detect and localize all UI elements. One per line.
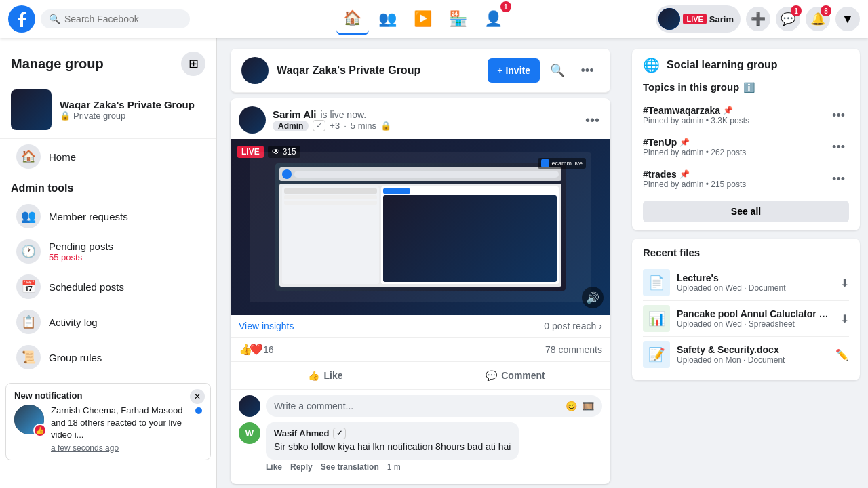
nested-screen: [275, 163, 566, 291]
pending-posts-icon: 🕐: [16, 239, 41, 264]
topic-item-1: #Teamwaqarzaka 📌 Pinned by admin • 3.3K …: [643, 100, 849, 131]
reactions-count: 16: [263, 344, 274, 355]
notif-avatar: 👍: [14, 405, 44, 434]
sidebar-item-member-requests[interactable]: 👥 Member requests: [5, 199, 211, 234]
comment-input-icons: 😊 🎞️: [566, 401, 594, 411]
friends-nav-btn[interactable]: 👥: [372, 3, 404, 35]
activity-log-icon: 📋: [16, 310, 41, 334]
notif-time-link[interactable]: a few seconds ago: [51, 443, 189, 453]
messenger-badge: 1: [791, 5, 802, 16]
heart-icon: 👍: [33, 424, 47, 437]
live-video-placeholder: LIVE 👁 315: [231, 139, 610, 315]
topic-name-2: #TenUp 📌: [643, 137, 746, 148]
group-photo: [11, 89, 52, 130]
file-action-2[interactable]: ⬇: [840, 312, 849, 325]
group-rules-label: Group rules: [49, 352, 200, 363]
topic-more-btn-3[interactable]: •••: [828, 171, 849, 188]
topic-pin-3: 📌: [679, 169, 690, 179]
comment-reply-link[interactable]: Reply: [290, 462, 313, 472]
notification-content: 👍 Zarnish Cheema, Farhad Masood and 18 o…: [14, 405, 202, 453]
member-requests-icon: 👥: [16, 204, 41, 228]
view-insights-link[interactable]: View insights: [239, 321, 294, 331]
sidebar-settings-btn[interactable]: ⊞: [181, 52, 205, 76]
groups-nav-btn[interactable]: 👤 1: [477, 3, 510, 35]
reactions: 👍 ❤️ 16: [239, 343, 274, 356]
heart-reaction-icon: ❤️: [250, 343, 263, 356]
comment-author: Wasif Ahmed ✓: [274, 428, 511, 439]
home-nav-btn[interactable]: 🏠: [336, 3, 369, 35]
bell-btn[interactable]: 🔔 8: [806, 7, 830, 31]
sidebar-item-group-rules[interactable]: 📜 Group rules: [5, 340, 211, 375]
admin-tools-title: Admin tools: [0, 174, 216, 199]
add-btn[interactable]: ➕: [746, 7, 770, 31]
search-input[interactable]: [64, 14, 182, 24]
sidebar-item-pending-posts[interactable]: 🕐 Pending posts 55 posts: [5, 234, 211, 269]
comment-like-link[interactable]: Like: [266, 462, 282, 472]
video-inner: ecamm.live: [250, 152, 591, 302]
post-actions: 👍 Like 💬 Comment: [231, 362, 610, 390]
time-ago: 5 mins: [351, 121, 376, 131]
file-action-3[interactable]: ✏️: [835, 348, 849, 361]
search-bar[interactable]: 🔍: [41, 9, 190, 28]
comment-placeholder: Write a comment...: [274, 401, 353, 411]
main-layout: Manage group ⊞ Waqar Zaka's Private Grou…: [0, 38, 868, 488]
comment-input-wrap[interactable]: Write a comment... 😊 🎞️: [266, 395, 602, 417]
marketplace-nav-btn[interactable]: 🏪: [442, 3, 475, 35]
file-icon-1: 📄: [643, 269, 670, 296]
comment-avatar: W: [239, 422, 260, 444]
social-group-card: 🌐 Social learning group Topics in this g…: [632, 49, 860, 230]
file-action-1[interactable]: ⬇: [840, 277, 849, 289]
mod-badge: ✓: [313, 120, 326, 131]
search-icon: 🔍: [49, 14, 60, 24]
see-all-topics-btn[interactable]: See all: [643, 201, 849, 222]
volume-btn[interactable]: 🔊: [582, 287, 604, 308]
globe-icon: 🔒: [380, 121, 391, 131]
invite-btn[interactable]: + Invite: [488, 58, 540, 83]
emoji-icon[interactable]: 😊: [566, 401, 577, 411]
watch-nav-btn[interactable]: ▶️: [407, 3, 439, 35]
file-item-3: 📝 Safety & Security.docx Uploaded on Mon…: [643, 337, 849, 372]
topic-more-btn-2[interactable]: •••: [828, 139, 849, 156]
gif-icon[interactable]: 🎞️: [583, 401, 594, 411]
group-type: 🔒 Private group: [60, 110, 195, 121]
nav-right: S LIVE Sarim ➕ 💬 1 🔔 8 ▼: [656, 5, 860, 33]
sidebar-item-home[interactable]: 🏠 Home: [5, 139, 211, 174]
like-icon: 👍: [308, 370, 319, 381]
file-icon-3: 📝: [643, 341, 670, 368]
author-name: Sarim Ali: [273, 108, 316, 120]
see-translation-link[interactable]: See translation: [321, 462, 379, 472]
reaction-icons: 👍 ❤️: [239, 343, 260, 356]
live-video-container: LIVE 👁 315: [231, 139, 610, 315]
post-insights: View insights 0 post reach ›: [231, 315, 610, 338]
menu-btn[interactable]: ▼: [835, 7, 860, 31]
profile-btn[interactable]: S LIVE Sarim: [656, 5, 741, 33]
post-stats: 👍 ❤️ 16 78 comments: [231, 338, 610, 362]
right-sidebar: 🌐 Social learning group Topics in this g…: [624, 38, 868, 488]
post-reach[interactable]: 0 post reach ›: [544, 321, 602, 331]
post-header: Sarim Ali is live now. Admin ✓ +3 · 5 mi…: [231, 98, 610, 139]
notification-title: New notification: [14, 390, 202, 401]
comment-section: W Wasif Ahmed ✓ Sir sbko follow kiya hai…: [231, 422, 610, 484]
like-btn[interactable]: 👍 Like: [231, 365, 420, 386]
lock-icon: 🔒: [60, 110, 71, 121]
sidebar-item-activity-log[interactable]: 📋 Activity log: [5, 304, 211, 340]
topic-more-btn-1[interactable]: •••: [828, 107, 849, 124]
home-label: Home: [49, 151, 200, 163]
notif-text: Zarnish Cheema, Farhad Masood and 18 oth…: [51, 405, 189, 442]
info-icon[interactable]: ℹ️: [743, 82, 755, 93]
ecamm-watermark: ecamm.live: [538, 158, 586, 169]
messenger-btn[interactable]: 💬 1: [776, 7, 800, 31]
post-more-btn[interactable]: •••: [583, 110, 602, 131]
group-search-btn[interactable]: 🔍: [545, 58, 570, 83]
comment-bubble: Wasif Ahmed ✓ Sir sbko follow kiya hai l…: [266, 422, 519, 460]
profile-name: Sarim: [709, 14, 734, 24]
comment-btn[interactable]: 💬 Comment: [420, 365, 610, 386]
group-more-btn[interactable]: •••: [575, 58, 599, 83]
comments-count[interactable]: 78 comments: [545, 344, 602, 355]
close-notification-btn[interactable]: ✕: [190, 389, 205, 404]
topic-name-1: #Teamwaqarzaka 📌: [643, 105, 749, 116]
sidebar-item-scheduled-posts[interactable]: 📅 Scheduled posts: [5, 269, 211, 304]
group-page-header: Waqar Zaka's Private Group + Invite 🔍 ••…: [231, 49, 610, 93]
post-card: Sarim Ali is live now. Admin ✓ +3 · 5 mi…: [231, 98, 610, 484]
group-details: Waqar Zaka's Private Group 🔒 Private gro…: [60, 99, 195, 121]
